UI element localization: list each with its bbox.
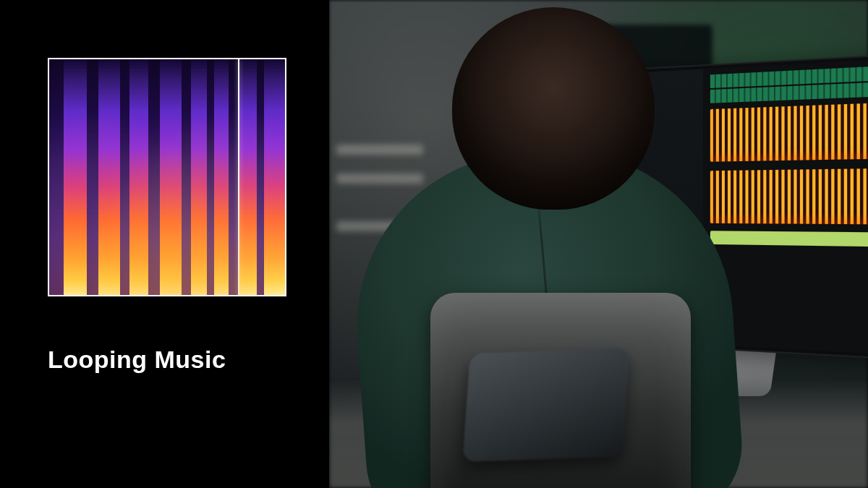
shelf xyxy=(336,145,423,155)
spectro-hot-column xyxy=(64,59,88,295)
spectro-hot-column xyxy=(129,59,148,295)
playhead xyxy=(238,59,239,295)
timeline-bar xyxy=(710,231,868,247)
shelf xyxy=(336,174,423,184)
spectro-hot-column xyxy=(214,59,229,295)
tablet xyxy=(462,348,629,462)
thumbnail-frame: Looping Music xyxy=(0,0,868,488)
spectro-hot-column xyxy=(264,59,285,295)
spectro-gap-column xyxy=(229,59,238,295)
spectro-gap-column xyxy=(87,59,98,295)
spectro-gap-column xyxy=(207,59,214,295)
spectrogram-frame xyxy=(48,58,286,296)
spectro-gap-column xyxy=(257,59,264,295)
photo-scene xyxy=(329,0,868,488)
spectro-hot-column xyxy=(98,59,119,295)
person-head xyxy=(452,7,655,210)
spectro-gap-column xyxy=(120,59,129,295)
caption-text: Looping Music xyxy=(48,346,226,374)
spectro-hot-column xyxy=(160,59,181,295)
spectro-hot-column xyxy=(191,59,208,295)
spectro-gap-column xyxy=(182,59,191,295)
spectro-gap-column xyxy=(49,59,64,295)
left-panel: Looping Music xyxy=(0,0,329,488)
spectrogram xyxy=(49,59,285,295)
spectro-gap-column xyxy=(148,59,160,295)
screen-spectrogram-upper xyxy=(710,103,868,162)
spectro-hot-column xyxy=(238,59,257,295)
screen-spectrogram-lower xyxy=(710,168,868,225)
